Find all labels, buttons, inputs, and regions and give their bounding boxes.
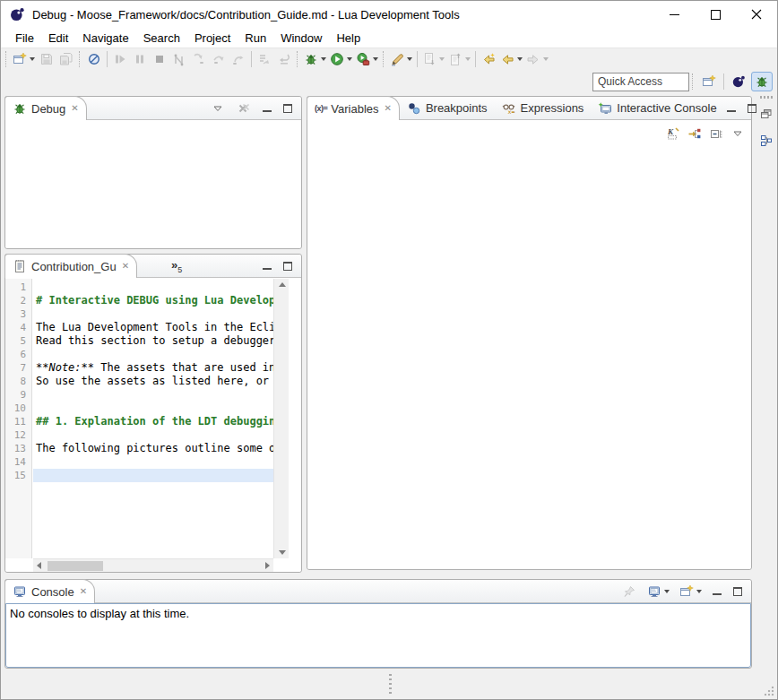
resize-grip[interactable]: [764, 686, 774, 696]
maximize-view-button[interactable]: [281, 101, 295, 116]
menu-file[interactable]: File: [8, 30, 41, 47]
editor-line[interactable]: [33, 281, 273, 294]
editor-line[interactable]: The Lua Development Tools in the Ecli: [33, 321, 273, 334]
editor-line[interactable]: [33, 469, 273, 482]
scrollbar-thumb[interactable]: [48, 561, 103, 571]
open-perspective-button[interactable]: [698, 72, 720, 91]
skip-all-breakpoints-button[interactable]: [84, 49, 104, 69]
restore-minimized-view-button[interactable]: [756, 104, 776, 124]
line-number: 9: [5, 388, 31, 402]
menu-search[interactable]: Search: [136, 30, 187, 47]
debug-dropdown-arrow[interactable]: [321, 57, 326, 61]
run-button[interactable]: [328, 49, 354, 69]
menu-project[interactable]: Project: [187, 30, 238, 47]
lua-perspective-button[interactable]: [728, 72, 749, 91]
debug-perspective-button[interactable]: [751, 72, 773, 91]
tab-console[interactable]: Console: [4, 579, 95, 603]
editor-line[interactable]: Read this section to setup a debugger: [33, 334, 273, 348]
display-selected-console-dropdown-arrow[interactable]: [664, 590, 670, 593]
close-button[interactable]: [736, 1, 777, 28]
view-menu-button[interactable]: [208, 99, 228, 118]
debug-button[interactable]: [302, 49, 328, 69]
collapse-all-button[interactable]: [706, 125, 726, 143]
open-task-button[interactable]: [388, 49, 414, 69]
editor-line[interactable]: [33, 307, 273, 321]
editor-line[interactable]: # Interactive DEBUG using Lua Develop: [33, 294, 273, 307]
open-console-button[interactable]: [678, 582, 704, 601]
external-tools-button[interactable]: [354, 49, 380, 69]
menu-navigate[interactable]: Navigate: [75, 30, 135, 47]
editor-text-area[interactable]: # Interactive DEBUG using Lua DevelopThe…: [33, 279, 273, 558]
show-type-names-button[interactable]: K: [663, 125, 683, 143]
editor-line[interactable]: [33, 455, 273, 469]
editor-line[interactable]: The following pictures outline some o: [33, 442, 273, 455]
scroll-right-arrow[interactable]: [265, 562, 270, 569]
minimize-button[interactable]: [653, 1, 695, 28]
back-dropdown-arrow[interactable]: [517, 57, 523, 61]
outline-view-button[interactable]: [756, 131, 776, 151]
minimize-view-button[interactable]: [260, 101, 274, 116]
tab-interactive-console[interactable]: Interactive Console: [591, 97, 723, 119]
editor-body[interactable]: 123456789101112131415 # Interactive DEBU…: [5, 279, 301, 572]
quick-access-input[interactable]: [592, 73, 689, 91]
editor-line[interactable]: [33, 348, 273, 361]
app-logo-icon: [9, 6, 25, 22]
console-icon: [13, 584, 27, 599]
tab-close-icon[interactable]: [71, 104, 78, 113]
minimize-view-button[interactable]: [710, 584, 724, 599]
menu-edit[interactable]: Edit: [41, 30, 75, 47]
tab-expressions[interactable]: x=Expressions: [495, 97, 592, 119]
external-tools-dropdown-arrow[interactable]: [373, 57, 378, 61]
menu-run[interactable]: Run: [238, 30, 273, 47]
editor-line[interactable]: ## 1. Explanation of the LDT debuggin: [33, 415, 273, 428]
variables-toolbar: K: [663, 123, 748, 144]
run-dropdown-arrow[interactable]: [347, 57, 352, 61]
scroll-down-arrow[interactable]: [279, 550, 286, 555]
remove-all-terminated-button: [234, 99, 254, 118]
horizontal-scrollbar[interactable]: [33, 558, 273, 572]
trim-drag-handle[interactable]: [760, 96, 773, 99]
menu-window[interactable]: Window: [273, 30, 329, 47]
scroll-left-arrow[interactable]: [37, 562, 41, 569]
open-task-dropdown-arrow[interactable]: [407, 57, 412, 61]
tab-debug[interactable]: Debug: [4, 96, 87, 120]
maximize-view-button[interactable]: [730, 584, 745, 599]
tab-breakpoints[interactable]: Breakpoints: [400, 97, 495, 119]
new-dropdown-arrow[interactable]: [30, 57, 35, 61]
editor-line[interactable]: [33, 428, 273, 442]
last-edit-location-button[interactable]: [479, 49, 498, 69]
forward-button: [524, 49, 550, 69]
maximize-button[interactable]: [695, 1, 736, 28]
editor-text-segment: So use the assets as listed here, or: [36, 375, 273, 387]
scroll-up-arrow[interactable]: [279, 282, 286, 287]
hidden-editors-chevron[interactable]: »5: [171, 258, 182, 274]
tab-contribution-guide[interactable]: Contribution_Gu: [4, 254, 137, 278]
maximize-view-button[interactable]: [281, 259, 295, 273]
view-menu-button[interactable]: [728, 125, 748, 143]
step-over-button: [209, 49, 229, 69]
show-logical-structures-button[interactable]: [685, 125, 705, 143]
tab-close-icon[interactable]: [80, 587, 87, 596]
console-view: Console No consoles to display at this t…: [4, 579, 752, 669]
editor-line[interactable]: [33, 402, 273, 415]
display-selected-console-button[interactable]: [645, 582, 671, 601]
open-console-dropdown-arrow[interactable]: [696, 590, 702, 593]
tab-variables[interactable]: (x)=Variables: [307, 96, 400, 120]
new-button[interactable]: [11, 49, 37, 69]
editor-line[interactable]: **Note:** The assets that are used in: [33, 361, 273, 375]
minimize-view-button[interactable]: [724, 101, 739, 116]
menu-help[interactable]: Help: [329, 30, 367, 47]
back-button[interactable]: [498, 49, 524, 69]
status-splitter-handle[interactable]: [389, 674, 392, 694]
vertical-scrollbar[interactable]: [273, 279, 289, 558]
line-number: 13: [5, 442, 31, 455]
minimize-view-button[interactable]: [260, 259, 274, 273]
tab-close-icon[interactable]: [385, 104, 392, 113]
line-number: 14: [5, 455, 31, 469]
editor-line[interactable]: [33, 388, 273, 402]
new-wizard-icon: [13, 52, 27, 66]
status-bar: [1, 669, 777, 699]
editor-line[interactable]: So use the assets as listed here, or: [33, 375, 273, 388]
pin-console-button: [619, 582, 639, 601]
tab-close-icon[interactable]: [122, 262, 129, 271]
